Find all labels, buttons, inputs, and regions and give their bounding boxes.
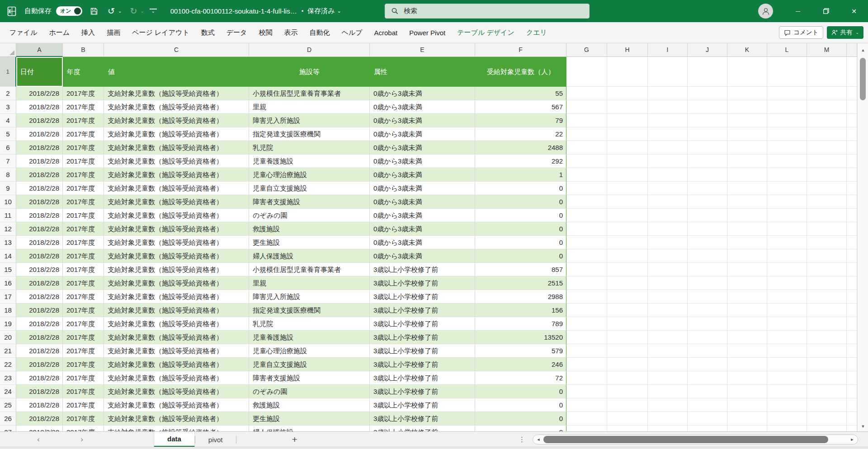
cell-C20[interactable]: 支給対象児童数（施設等受給資格者） — [104, 331, 249, 344]
empty-cell[interactable] — [807, 236, 847, 249]
cell-B24[interactable]: 2017年度 — [63, 385, 104, 398]
empty-cell[interactable] — [767, 426, 807, 431]
empty-cell[interactable] — [688, 358, 727, 371]
cell-F13[interactable]: 0 — [475, 236, 566, 249]
cell-D3[interactable]: 里親 — [249, 100, 370, 114]
empty-cell[interactable] — [807, 344, 847, 358]
empty-cell[interactable] — [847, 385, 857, 398]
row-header-21[interactable]: 21 — [0, 344, 16, 358]
empty-cell[interactable] — [607, 87, 648, 100]
cell-B3[interactable]: 2017年度 — [63, 100, 104, 114]
cell-C22[interactable]: 支給対象児童数（施設等受給資格者） — [104, 358, 249, 371]
cell-B18[interactable]: 2017年度 — [63, 304, 104, 317]
header-cell-A1[interactable]: 日付 — [16, 57, 63, 87]
empty-cell[interactable] — [847, 263, 857, 276]
empty-cell[interactable] — [767, 304, 807, 317]
cell-C5[interactable]: 支給対象児童数（施設等受給資格者） — [104, 127, 249, 141]
empty-cell[interactable] — [566, 304, 607, 317]
redo-caret-icon[interactable]: ⌄ — [140, 9, 144, 14]
empty-cell[interactable] — [566, 236, 607, 249]
ribbon-contextual-tab-1[interactable]: クエリ — [520, 22, 553, 43]
cell-A15[interactable]: 2018/2/28 — [16, 263, 63, 276]
empty-cell[interactable] — [607, 344, 648, 358]
cell-A26[interactable]: 2018/2/28 — [16, 412, 63, 426]
cell-D4[interactable]: 障害児入所施設 — [249, 114, 370, 127]
cell-A12[interactable]: 2018/2/28 — [16, 222, 63, 236]
empty-cell[interactable] — [648, 236, 688, 249]
empty-cell[interactable] — [688, 331, 727, 344]
column-header-K[interactable]: K — [727, 43, 767, 57]
cell-B15[interactable]: 2017年度 — [63, 263, 104, 276]
empty-cell[interactable] — [688, 195, 727, 209]
empty-cell[interactable] — [688, 100, 727, 114]
cell-F9[interactable]: 0 — [475, 182, 566, 195]
empty-cell[interactable] — [767, 100, 807, 114]
empty-cell[interactable] — [847, 222, 857, 236]
cell-E23[interactable]: 3歳以上小学校修了前 — [370, 371, 475, 385]
cell-E21[interactable]: 3歳以上小学校修了前 — [370, 344, 475, 358]
row-header-26[interactable]: 26 — [0, 412, 16, 426]
empty-cell[interactable] — [648, 304, 688, 317]
empty-cell[interactable] — [807, 276, 847, 290]
cell-F16[interactable]: 2515 — [475, 276, 566, 290]
column-header-D[interactable]: D — [249, 43, 370, 57]
horizontal-scrollbar[interactable]: ◄ ► — [533, 435, 858, 444]
empty-cell[interactable] — [847, 276, 857, 290]
empty-cell[interactable] — [807, 358, 847, 371]
sheetbar-resize-handle[interactable]: ⋮ — [519, 432, 525, 447]
column-header-F[interactable]: F — [475, 43, 566, 57]
cell-F3[interactable]: 567 — [475, 100, 566, 114]
cell-D10[interactable]: 障害者支援施設 — [249, 195, 370, 209]
cell-C23[interactable]: 支給対象児童数（施設等受給資格者） — [104, 371, 249, 385]
cell-A21[interactable]: 2018/2/28 — [16, 344, 63, 358]
empty-cell[interactable] — [727, 426, 767, 431]
empty-cell[interactable] — [767, 263, 807, 276]
empty-cell[interactable] — [607, 290, 648, 304]
cell-E13[interactable]: 0歳から3歳未満 — [370, 236, 475, 249]
empty-cell[interactable] — [648, 87, 688, 100]
cell-F21[interactable]: 579 — [475, 344, 566, 358]
empty-cell[interactable] — [607, 263, 648, 276]
empty-cell[interactable] — [727, 182, 767, 195]
empty-cell[interactable] — [727, 57, 767, 87]
empty-cell[interactable] — [566, 127, 607, 141]
cell-B21[interactable]: 2017年度 — [63, 344, 104, 358]
empty-cell[interactable] — [727, 276, 767, 290]
cell-A9[interactable]: 2018/2/28 — [16, 182, 63, 195]
cell-A6[interactable]: 2018/2/28 — [16, 141, 63, 154]
empty-cell[interactable] — [727, 371, 767, 385]
cell-E18[interactable]: 3歳以上小学校修了前 — [370, 304, 475, 317]
column-header-E[interactable]: E — [370, 43, 475, 57]
empty-cell[interactable] — [648, 154, 688, 168]
empty-cell[interactable] — [767, 236, 807, 249]
share-button[interactable]: 共有 ⌄ — [827, 26, 863, 39]
cell-C9[interactable]: 支給対象児童数（施設等受給資格者） — [104, 182, 249, 195]
empty-cell[interactable] — [767, 209, 807, 222]
ribbon-tab-11[interactable]: Acrobat — [368, 22, 404, 43]
empty-cell[interactable] — [767, 385, 807, 398]
cell-C7[interactable]: 支給対象児童数（施設等受給資格者） — [104, 154, 249, 168]
cell-E16[interactable]: 3歳以上小学校修了前 — [370, 276, 475, 290]
cell-C2[interactable]: 支給対象児童数（施設等受給資格者） — [104, 87, 249, 100]
empty-cell[interactable] — [727, 317, 767, 331]
vertical-scrollbar[interactable]: ▲ ▼ — [857, 43, 868, 431]
empty-cell[interactable] — [566, 195, 607, 209]
cell-A23[interactable]: 2018/2/28 — [16, 371, 63, 385]
ribbon-tab-file[interactable]: ファイル — [4, 22, 43, 43]
empty-cell[interactable] — [807, 182, 847, 195]
cell-D14[interactable]: 婦人保護施設 — [249, 249, 370, 263]
empty-cell[interactable] — [767, 127, 807, 141]
cell-F27[interactable]: 0 — [475, 426, 566, 431]
empty-cell[interactable] — [688, 371, 727, 385]
cell-F22[interactable]: 246 — [475, 358, 566, 371]
cell-F15[interactable]: 857 — [475, 263, 566, 276]
empty-cell[interactable] — [688, 263, 727, 276]
empty-cell[interactable] — [847, 57, 857, 87]
empty-cell[interactable] — [688, 398, 727, 412]
cell-A4[interactable]: 2018/2/28 — [16, 114, 63, 127]
empty-cell[interactable] — [607, 371, 648, 385]
empty-cell[interactable] — [566, 317, 607, 331]
empty-cell[interactable] — [847, 236, 857, 249]
sheet-tab-pivot[interactable]: pivot — [195, 432, 236, 447]
empty-cell[interactable] — [688, 249, 727, 263]
